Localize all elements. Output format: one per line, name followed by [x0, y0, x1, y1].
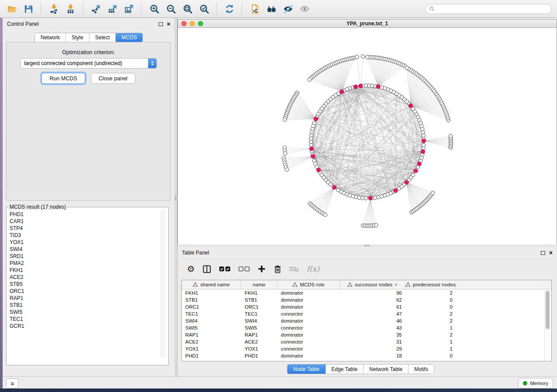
tab-network[interactable]: Network: [35, 33, 66, 42]
search-input[interactable]: [437, 6, 548, 13]
zoom-selected-button[interactable]: [196, 2, 212, 16]
zoom-in-button[interactable]: [146, 2, 163, 16]
network-leaf-node[interactable]: [283, 118, 286, 121]
close-panel-button[interactable]: Close panel: [91, 73, 135, 84]
network-canvas[interactable]: [178, 28, 557, 244]
mcds-hub-node[interactable]: [359, 84, 363, 88]
network-leaf-node[interactable]: [431, 191, 435, 195]
mcds-hub-node[interactable]: [354, 85, 358, 89]
scrollbar-thumb[interactable]: [546, 291, 550, 329]
network-node[interactable]: [380, 86, 384, 89]
network-leaf-node[interactable]: [285, 168, 288, 171]
sort-chevron-icon[interactable]: ∨: [394, 282, 398, 287]
network-leaf-node[interactable]: [355, 55, 359, 58]
mcds-hub-node[interactable]: [368, 196, 372, 200]
table-scrollbar[interactable]: [544, 289, 551, 361]
mcds-hub-node[interactable]: [340, 89, 344, 93]
network-node[interactable]: [422, 143, 426, 147]
mcds-node-item[interactable]: PMA2: [10, 260, 168, 267]
toggle-split-panel-button[interactable]: [202, 265, 211, 274]
add-column-button[interactable]: [257, 265, 266, 273]
deselect-all-rows-button[interactable]: [238, 265, 250, 272]
mcds-node-item[interactable]: PHD1: [10, 211, 168, 218]
table-row[interactable]: ORC1ORC1dominator610: [182, 303, 551, 310]
close-panel-icon[interactable]: ×: [549, 251, 553, 255]
mcds-node-item[interactable]: ACE2: [10, 274, 168, 281]
mcds-hub-node[interactable]: [417, 162, 421, 166]
mcds-node-item[interactable]: GCR1: [10, 323, 168, 330]
save-session-button[interactable]: [20, 2, 37, 16]
network-leaf-node[interactable]: [284, 151, 287, 155]
network-node[interactable]: [329, 182, 332, 186]
float-panel-icon[interactable]: [159, 22, 163, 26]
network-leaf-node[interactable]: [449, 134, 452, 138]
mcds-node-item[interactable]: RAP1: [10, 295, 168, 302]
table-row[interactable]: YOX1YOX1connector291: [182, 345, 551, 352]
mcds-hub-node[interactable]: [414, 169, 418, 173]
memory-button[interactable]: Memory: [518, 378, 553, 389]
zoom-fit-button[interactable]: [179, 2, 196, 16]
network-leaf-node[interactable]: [374, 224, 378, 227]
mcds-hub-node[interactable]: [317, 168, 321, 172]
table-row[interactable]: ACE2ACE2connector311: [182, 338, 551, 345]
mcds-hub-node[interactable]: [376, 85, 380, 89]
delete-column-button[interactable]: [273, 265, 282, 274]
tab-select[interactable]: Select: [90, 33, 116, 42]
table-row[interactable]: STB1STB1dominator620: [182, 296, 551, 303]
show-all-button[interactable]: [296, 2, 313, 16]
table-row[interactable]: FKH1FKH1dominator962: [182, 289, 551, 296]
column-header-shared-name[interactable]: shared name: [182, 280, 241, 289]
mcds-hub-node[interactable]: [408, 103, 412, 107]
show-panels-button[interactable]: ≡: [6, 378, 18, 389]
table-row[interactable]: PHD1PHD1dominator180: [182, 352, 551, 359]
tab-network-table[interactable]: Network Table: [363, 364, 408, 374]
column-header-predecessor-nodes[interactable]: predecessor nodes: [405, 280, 456, 289]
mcds-node-item[interactable]: TID3: [10, 232, 168, 239]
tab-node-table[interactable]: Node Table: [287, 364, 326, 374]
mcds-hub-node[interactable]: [309, 147, 313, 151]
mcds-node-item[interactable]: STB1: [10, 302, 168, 309]
run-mcds-button[interactable]: Run MCDS: [42, 73, 85, 84]
close-panel-icon[interactable]: ×: [167, 22, 170, 26]
network-leaf-node[interactable]: [366, 55, 369, 59]
mcds-hub-node[interactable]: [421, 150, 425, 154]
import-table-button[interactable]: [62, 2, 79, 16]
select-all-rows-button[interactable]: [219, 265, 231, 272]
network-leaf-node[interactable]: [405, 66, 408, 69]
mcds-node-item[interactable]: SWI5: [10, 309, 168, 316]
export-image-button[interactable]: [121, 2, 137, 16]
criterion-dropdown[interactable]: largest connected component (undirected): [20, 58, 157, 69]
network-node[interactable]: [364, 196, 367, 200]
import-network-button[interactable]: [45, 2, 62, 16]
tab-edge-table[interactable]: Edge Table: [326, 364, 364, 374]
network-node[interactable]: [411, 173, 415, 177]
mcds-node-item[interactable]: SWI4: [10, 246, 168, 253]
search-box[interactable]: [425, 4, 552, 14]
tab-mcds[interactable]: MCDS: [116, 33, 142, 42]
mcds-hub-node[interactable]: [332, 186, 336, 189]
network-node[interactable]: [309, 143, 313, 147]
export-network-button[interactable]: [87, 2, 104, 16]
hide-selected-button[interactable]: [280, 2, 296, 16]
clone-network-button[interactable]: [246, 2, 263, 16]
first-neighbors-button[interactable]: [263, 2, 280, 16]
table-row[interactable]: SWI4SWI4dominator462: [182, 317, 551, 324]
mcds-node-item[interactable]: FKH1: [10, 267, 168, 274]
float-panel-icon[interactable]: [541, 251, 545, 255]
column-header-successor-nodes[interactable]: successor nodes∨: [340, 280, 405, 289]
mcds-node-item[interactable]: ORC1: [10, 288, 168, 295]
mcds-hub-node[interactable]: [394, 189, 398, 193]
column-header-MCDS-role[interactable]: MCDS role: [277, 280, 340, 289]
table-row[interactable]: RAP1RAP1dominator352: [182, 331, 551, 338]
mcds-node-item[interactable]: CAR1: [10, 218, 168, 225]
mcds-list-scrollbar[interactable]: [161, 210, 166, 358]
mcds-node-item[interactable]: SRD1: [10, 253, 168, 260]
refresh-layout-button[interactable]: [221, 2, 238, 16]
mcds-hub-node[interactable]: [314, 117, 318, 121]
table-row[interactable]: TEC1TEC1connector472: [182, 310, 551, 317]
tab-motifs[interactable]: Motifs: [408, 364, 434, 374]
zoom-out-button[interactable]: [163, 2, 179, 16]
mcds-hub-node[interactable]: [311, 155, 315, 158]
mcds-node-item[interactable]: STB5: [10, 281, 168, 288]
mcds-node-item[interactable]: TEC1: [10, 316, 168, 323]
